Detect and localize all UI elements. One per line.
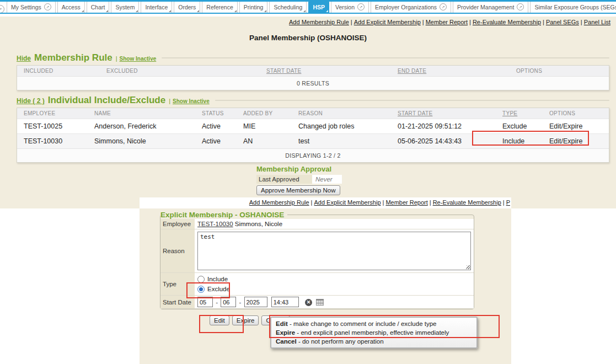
tab-similar-exposure-groups-segs-[interactable]: Similar Exposure Groups (SEGs)↗ <box>530 1 616 13</box>
tab-label: Similar Exposure Groups (SEGs) <box>534 4 616 10</box>
membership-rule-show-inactive-link[interactable]: Show Inactive <box>120 56 157 62</box>
separator: | <box>541 19 546 25</box>
tab-label: Version <box>335 4 355 10</box>
action-link[interactable]: Add Explicit Membership <box>354 19 421 25</box>
radio-option-exclude: Exclude <box>197 284 471 294</box>
column-header-start-date[interactable]: START DATE <box>260 66 391 76</box>
clear-date-icon[interactable]: ✕ <box>305 299 312 306</box>
start-date-year-input[interactable] <box>244 297 267 307</box>
table-cell: Anderson, Frederick <box>88 119 195 133</box>
action-link[interactable]: Panel List <box>584 19 610 25</box>
table-cell: Simmons, Nicole <box>88 134 195 148</box>
include-radio-button[interactable] <box>197 276 205 283</box>
tab-printing[interactable]: Printing <box>239 1 268 13</box>
column-header-status: STATUS <box>195 108 237 119</box>
action-link[interactable]: Panel SEGs <box>546 19 579 25</box>
tab-hsp[interactable]: HSP <box>308 1 329 13</box>
tab-label: Provider Management <box>457 4 514 10</box>
action-link[interactable]: Add Membership Rule <box>249 199 309 206</box>
table-cell: Changed job roles <box>292 119 391 133</box>
table-cell: Active <box>195 119 237 133</box>
action-link[interactable]: Add Membership Rule <box>289 19 349 25</box>
radio-label: Include <box>207 276 228 282</box>
last-approved-row: Last Approved Never <box>256 175 342 184</box>
action-link[interactable]: Add Explicit Membership <box>314 199 381 206</box>
tab-label: HSP <box>313 4 325 10</box>
column-header-end-date[interactable]: END DATE <box>391 66 510 76</box>
tab-version[interactable]: Version↗ <box>331 1 369 13</box>
individual-show-inactive-link[interactable]: Show Inactive <box>173 98 210 104</box>
screen: ↗ My Settings↗AccessChartSystemInterface… <box>0 0 616 364</box>
tab-interface[interactable]: Interface <box>141 1 172 13</box>
tab-orders[interactable]: Orders <box>174 1 200 13</box>
radio-option-include: Include <box>197 274 471 284</box>
header-divider <box>162 57 609 58</box>
start-time-input[interactable] <box>271 297 299 307</box>
tab-bar: ↗ My Settings↗AccessChartSystemInterface… <box>0 0 616 14</box>
header-divider <box>215 100 609 101</box>
tab-access[interactable]: Access <box>57 1 85 13</box>
column-header-name: NAME <box>88 108 195 119</box>
action-link[interactable]: P <box>506 199 510 206</box>
tab-label: System <box>115 4 135 10</box>
tab-label: Employer Organizations <box>375 4 437 10</box>
tab-label: My Settings <box>11 4 41 10</box>
table-cell: MIE <box>237 119 292 133</box>
overlay-action-links-bar: Add Membership Rule|Add Explicit Members… <box>140 197 511 208</box>
separator: | <box>169 98 170 104</box>
separator: | <box>421 19 426 25</box>
tab-chart[interactable]: Chart <box>87 1 110 13</box>
table-cell: test <box>292 134 391 148</box>
individual-hide-link[interactable]: Hide ( 2 ) <box>17 97 45 105</box>
action-link[interactable]: Re-Evaluate Membership <box>473 19 541 25</box>
dropdown-corner-icon <box>326 10 328 12</box>
tab-label: Interface <box>145 4 168 10</box>
tab-scheduling[interactable]: Scheduling <box>269 1 307 13</box>
membership-rule-header: Hide Membership Rule | Show Inactive <box>17 52 609 63</box>
individual-table-footer: DISPLAYING 1-2 / 2 <box>17 148 609 162</box>
annotation-box-exclude-radio <box>186 282 230 298</box>
tab-my-settings[interactable]: My Settings↗ <box>7 1 56 13</box>
membership-rule-table: INCLUDEDEXCLUDEDSTART DATEEND DATEOPTION… <box>17 65 609 90</box>
tab-reference[interactable]: Reference <box>202 1 237 13</box>
resize-grip-icon[interactable] <box>467 265 470 269</box>
external-link-icon: ↗ <box>357 3 365 10</box>
tab-employer-organizations[interactable]: Employer Organizations↗ <box>371 1 451 13</box>
column-header-added-by: ADDED BY <box>237 108 292 119</box>
table-cell: AN <box>237 134 292 148</box>
membership-approval: Membership Approval Last Approved Never … <box>256 165 342 195</box>
separator: | <box>468 19 473 25</box>
reason-textarea[interactable]: test <box>197 232 471 270</box>
table-cell: TEST-10025 <box>17 119 88 133</box>
action-link[interactable]: Member Report <box>385 199 427 206</box>
action-link[interactable]: Member Report <box>426 19 468 25</box>
approve-membership-button[interactable]: Approve Membership Now <box>256 185 340 195</box>
annotation-box-include-row <box>472 131 589 146</box>
tab-label: Orders <box>178 4 196 10</box>
dropdown-corner-icon <box>264 10 266 12</box>
tab-label: Chart <box>91 4 105 10</box>
separator: | <box>349 19 354 25</box>
dropdown-corner-icon <box>136 10 138 12</box>
tab-system[interactable]: System <box>111 1 139 13</box>
employee-id-link[interactable]: TEST-10030 <box>197 221 233 227</box>
column-header-excluded: EXCLUDED <box>100 66 260 76</box>
separator: | <box>116 55 117 62</box>
action-links-bar: Add Membership Rule|Add Explicit Members… <box>289 19 610 25</box>
start-date-value: - - ✕ <box>195 296 474 309</box>
employee-label: Employee <box>160 219 195 229</box>
column-header-type[interactable]: TYPE <box>496 108 543 119</box>
table-cell: TEST-10030 <box>17 134 88 148</box>
cut-external-link-icon: ↗ <box>0 5 4 13</box>
tab-provider-management[interactable]: Provider Management↗ <box>453 1 528 13</box>
column-header-included: INCLUDED <box>17 66 100 76</box>
action-link[interactable]: Re-Evaluate Membership <box>433 199 501 206</box>
calendar-icon[interactable] <box>316 298 324 307</box>
tab-label: Scheduling <box>274 4 302 10</box>
column-header-start-date[interactable]: START DATE <box>391 108 496 119</box>
dropdown-corner-icon <box>303 10 306 12</box>
membership-rule-hide-link[interactable]: Hide <box>17 55 31 62</box>
external-link-icon: ↗ <box>517 3 524 10</box>
employee-row: Employee TEST-10030 Simmons, Nicole <box>160 219 474 229</box>
separator: | <box>579 19 584 25</box>
